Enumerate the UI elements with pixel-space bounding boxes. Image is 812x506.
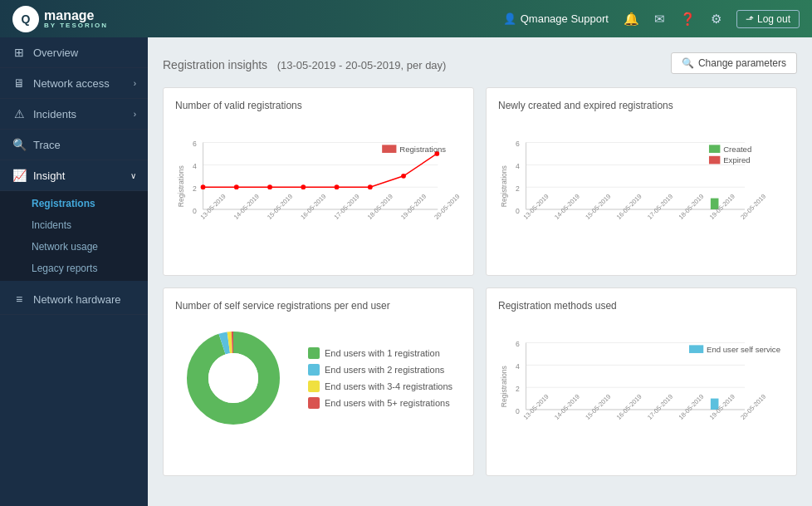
sidebar: ⊞ Overview 🖥 Network access › ⚠ Incident… <box>0 37 148 506</box>
main-layout: ⊞ Overview 🖥 Network access › ⚠ Incident… <box>0 37 812 506</box>
legend-item-1: End users with 1 registration <box>308 347 452 359</box>
valid-registrations-card: Number of valid registrations 6 4 2 0 Re… <box>163 87 474 276</box>
self-service-card: Number of self service registrations per… <box>163 287 474 476</box>
svg-text:Registrations: Registrations <box>177 165 185 207</box>
legend-color-1 <box>308 347 320 359</box>
chevron-down-icon: ∨ <box>130 171 136 180</box>
svg-rect-27 <box>382 145 396 153</box>
svg-text:15-05-2019: 15-05-2019 <box>266 193 294 221</box>
svg-text:0: 0 <box>516 407 520 415</box>
charts-grid: Number of valid registrations 6 4 2 0 Re… <box>163 87 797 476</box>
sidebar-item-insight[interactable]: 📈 Insight ∨ <box>0 160 148 191</box>
svg-text:0: 0 <box>516 207 520 215</box>
logo-main: manage <box>44 9 108 22</box>
donut-section: End users with 1 registration End users … <box>175 320 462 436</box>
top-nav-right: 👤 Qmanage Support 🔔 ✉ ❓ ⚙ ⬏ Log out <box>503 10 800 28</box>
incidents-sub-label: Incidents <box>32 219 71 231</box>
sidebar-subitem-network-usage[interactable]: Network usage <box>0 236 148 258</box>
registrations-label: Registrations <box>32 198 95 209</box>
svg-text:20-05-2019: 20-05-2019 <box>433 193 461 221</box>
svg-rect-51 <box>709 156 720 165</box>
page-header: Registration insights (13-05-2019 - 20-0… <box>163 52 797 74</box>
svg-text:18-05-2019: 18-05-2019 <box>677 393 705 421</box>
main-content: Registration insights (13-05-2019 - 20-0… <box>148 37 812 506</box>
sidebar-label-overview: Overview <box>33 47 78 59</box>
svg-point-14 <box>301 184 306 189</box>
top-navigation: Q manage BY TESORION 👤 Qmanage Support 🔔… <box>0 0 812 37</box>
legend-item-3: End users with 3-4 registrations <box>308 381 452 392</box>
legend-color-3 <box>308 381 320 392</box>
self-service-title: Number of self service registrations per… <box>175 300 462 312</box>
svg-text:End user self service: End user self service <box>707 345 780 354</box>
sidebar-item-overview[interactable]: ⊞ Overview <box>0 37 148 68</box>
incidents-icon: ⚠ <box>12 107 27 120</box>
methods-used-chart: 6 4 2 0 Registrations 13-05-2019 14-05-2… <box>498 320 785 461</box>
donut-legend: End users with 1 registration End users … <box>308 347 452 409</box>
overview-icon: ⊞ <box>12 46 27 59</box>
svg-text:Registrations: Registrations <box>500 366 508 407</box>
svg-text:17-05-2019: 17-05-2019 <box>646 393 674 421</box>
donut-chart <box>175 320 291 436</box>
svg-text:4: 4 <box>193 162 197 170</box>
sidebar-subitem-legacy-reports[interactable]: Legacy reports <box>0 258 148 279</box>
sidebar-label-network-access: Network access <box>33 77 110 90</box>
svg-text:16-05-2019: 16-05-2019 <box>615 393 643 421</box>
sidebar-subitem-registrations[interactable]: Registrations <box>0 193 148 214</box>
legend-item-4: End users with 5+ registrations <box>308 397 452 409</box>
svg-text:2: 2 <box>516 184 520 193</box>
page-date-range: (13-05-2019 - 20-05-2019, per day) <box>277 59 447 71</box>
sidebar-subitem-incidents[interactable]: Incidents <box>0 214 148 236</box>
insight-icon: 📈 <box>12 169 27 182</box>
user-icon: 👤 <box>503 12 516 25</box>
logo-icon: Q <box>12 6 39 32</box>
valid-registrations-chart: 6 4 2 0 Registrations <box>175 120 462 261</box>
svg-rect-78 <box>689 345 703 353</box>
svg-text:20-05-2019: 20-05-2019 <box>739 193 767 221</box>
svg-text:17-05-2019: 17-05-2019 <box>646 193 674 221</box>
search-icon: 🔍 <box>682 57 694 69</box>
legend-color-2 <box>308 364 320 376</box>
sidebar-label-network-hardware: Network hardware <box>33 293 121 306</box>
svg-text:15-05-2019: 15-05-2019 <box>584 393 612 421</box>
svg-text:Registrations: Registrations <box>399 145 446 154</box>
legend-color-4 <box>308 397 320 409</box>
created-expired-card: Newly created and expired registrations … <box>486 87 797 276</box>
sidebar-item-trace[interactable]: 🔍 Trace <box>0 130 148 160</box>
svg-text:14-05-2019: 14-05-2019 <box>553 393 581 421</box>
logout-arrow-icon: ⬏ <box>746 13 754 25</box>
svg-text:20-05-2019: 20-05-2019 <box>739 393 767 421</box>
created-expired-title: Newly created and expired registrations <box>498 100 785 111</box>
svg-text:0: 0 <box>193 207 197 215</box>
svg-text:6: 6 <box>193 140 197 148</box>
legacy-reports-label: Legacy reports <box>32 263 97 274</box>
logo-text: manage BY TESORION <box>44 9 108 29</box>
sidebar-label-insight: Insight <box>33 169 65 182</box>
chevron-right-icon: › <box>134 79 136 88</box>
page-title-text: Registration insights <box>163 58 267 71</box>
svg-text:16-05-2019: 16-05-2019 <box>615 193 643 221</box>
logout-button[interactable]: ⬏ Log out <box>736 10 800 28</box>
bell-icon[interactable]: 🔔 <box>624 12 639 27</box>
svg-point-57 <box>208 353 258 403</box>
sidebar-item-incidents[interactable]: ⚠ Incidents › <box>0 99 148 130</box>
svg-text:15-05-2019: 15-05-2019 <box>584 193 612 221</box>
svg-point-13 <box>267 184 272 189</box>
svg-point-11 <box>201 184 206 189</box>
svg-text:Registrations: Registrations <box>500 165 508 207</box>
mail-icon[interactable]: ✉ <box>654 12 665 27</box>
change-parameters-button[interactable]: 🔍 Change parameters <box>671 52 797 74</box>
user-label: 👤 Qmanage Support <box>503 12 609 25</box>
sidebar-item-network-access[interactable]: 🖥 Network access › <box>0 68 148 99</box>
svg-text:Created: Created <box>723 145 751 154</box>
methods-used-title: Registration methods used <box>498 300 785 312</box>
svg-text:6: 6 <box>516 140 520 148</box>
help-icon[interactable]: ❓ <box>680 12 696 27</box>
sidebar-submenu-insight: Registrations Incidents Network usage Le… <box>0 191 148 281</box>
legend-label-1: End users with 1 registration <box>325 348 440 358</box>
sidebar-item-network-hardware[interactable]: ≡ Network hardware <box>0 284 148 315</box>
logo-sub: BY TESORION <box>44 22 108 29</box>
trace-icon: 🔍 <box>12 138 27 151</box>
username: Qmanage Support <box>521 12 609 25</box>
settings-icon[interactable]: ⚙ <box>711 12 722 27</box>
legend-label-4: End users with 5+ registrations <box>325 398 450 408</box>
